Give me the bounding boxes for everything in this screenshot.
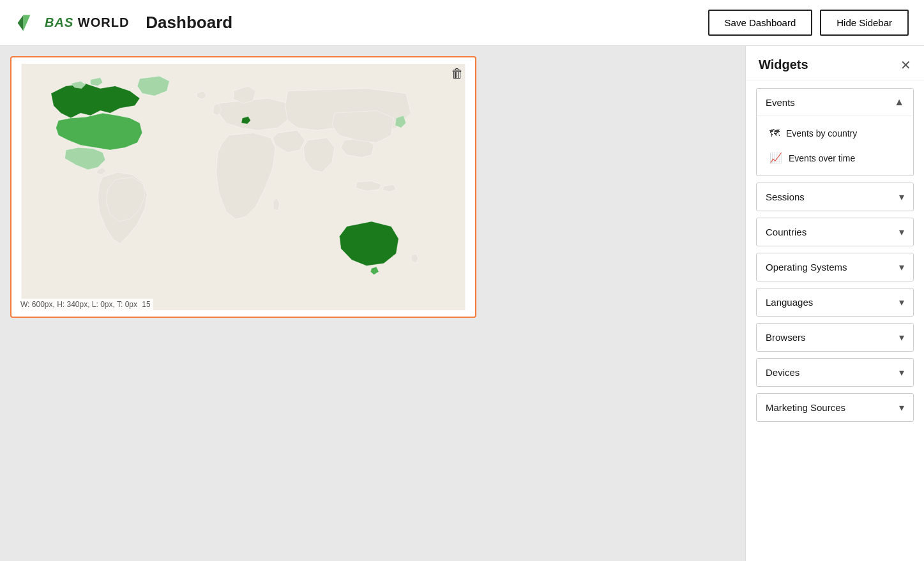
events-by-country-label: Events by country [786, 128, 857, 138]
accordion-marketing-sources-label: Marketing Sources [766, 402, 845, 413]
sidebar-header: Widgets ✕ [746, 46, 924, 80]
header-actions: Save Dashboard Hide Sidebar [708, 10, 909, 36]
accordion-sessions: Sessions ▾ [756, 183, 914, 211]
accordion-marketing-sources: Marketing Sources ▾ [756, 393, 914, 422]
world-map-svg [18, 64, 469, 310]
chart-icon: 📈 [769, 152, 782, 164]
accordion-devices-label: Devices [766, 367, 799, 378]
map-icon: 🗺 [769, 128, 780, 139]
accordion-operating-systems-label: Operating Systems [766, 262, 847, 273]
accordion-devices: Devices ▾ [756, 358, 914, 387]
accordion-browsers-label: Browsers [766, 332, 806, 343]
chevron-marketing-sources-icon: ▾ [899, 401, 904, 414]
chevron-events-icon: ▲ [894, 96, 904, 108]
svg-marker-0 [18, 15, 24, 31]
sidebar: Widgets ✕ Events ▲ 🗺 Events by country 📈 [745, 46, 924, 561]
accordion-sessions-label: Sessions [766, 191, 805, 202]
logo-area: BAS WORLD Dashboard [15, 11, 708, 34]
accordion-events-header[interactable]: Events ▲ [757, 89, 913, 116]
map-count: 15 [142, 300, 150, 309]
sidebar-content[interactable]: Events ▲ 🗺 Events by country 📈 Events ov… [746, 80, 924, 561]
dashboard-area: 🗑 [0, 46, 745, 561]
accordion-languages: Languages ▾ [756, 288, 914, 317]
map-dimensions: W: 600px, H: 340px, L: 0px, T: 0px [20, 300, 137, 309]
accordion-events-label: Events [766, 97, 795, 108]
save-dashboard-button[interactable]: Save Dashboard [708, 10, 813, 36]
accordion-events: Events ▲ 🗺 Events by country 📈 Events ov… [756, 88, 914, 176]
events-over-time-option[interactable]: 📈 Events over time [757, 146, 913, 170]
accordion-operating-systems-header[interactable]: Operating Systems ▾ [757, 253, 913, 281]
chevron-operating-systems-icon: ▾ [899, 261, 904, 273]
accordion-browsers: Browsers ▾ [756, 323, 914, 352]
chevron-sessions-icon: ▾ [899, 191, 904, 203]
page-title: Dashboard [146, 13, 232, 33]
map-widget-header: 🗑 [448, 64, 466, 84]
main-layout: 🗑 [0, 46, 924, 561]
header: BAS WORLD Dashboard Save Dashboard Hide … [0, 0, 924, 46]
events-over-time-label: Events over time [789, 153, 855, 163]
logo-bas: BAS [45, 15, 73, 29]
map-widget[interactable]: 🗑 [10, 56, 476, 318]
sidebar-spacer [756, 428, 914, 467]
accordion-countries: Countries ▾ [756, 218, 914, 246]
accordion-languages-label: Languages [766, 297, 813, 308]
accordion-devices-header[interactable]: Devices ▾ [757, 359, 913, 386]
accordion-sessions-header[interactable]: Sessions ▾ [757, 183, 913, 211]
chevron-devices-icon: ▾ [899, 366, 904, 378]
events-by-country-option[interactable]: 🗺 Events by country [757, 121, 913, 146]
logo-world: WORLD [78, 15, 130, 29]
svg-marker-1 [24, 15, 31, 31]
accordion-browsers-header[interactable]: Browsers ▾ [757, 324, 913, 351]
accordion-events-body: 🗺 Events by country 📈 Events over time [757, 116, 913, 176]
logo-text: BAS WORLD [45, 15, 129, 30]
map-container [11, 57, 475, 317]
chevron-countries-icon: ▾ [899, 226, 904, 238]
accordion-countries-label: Countries [766, 227, 807, 237]
map-info: W: 600px, H: 340px, L: 0px, T: 0px 15 [18, 299, 153, 310]
sidebar-title: Widgets [759, 57, 808, 72]
hide-sidebar-button[interactable]: Hide Sidebar [820, 10, 909, 36]
delete-widget-button[interactable]: 🗑 [448, 64, 466, 84]
accordion-countries-header[interactable]: Countries ▾ [757, 218, 913, 246]
chevron-browsers-icon: ▾ [899, 331, 904, 343]
accordion-marketing-sources-header[interactable]: Marketing Sources ▾ [757, 394, 913, 421]
bas-world-logo [15, 11, 38, 34]
accordion-languages-header[interactable]: Languages ▾ [757, 288, 913, 316]
chevron-languages-icon: ▾ [899, 296, 904, 308]
accordion-operating-systems: Operating Systems ▾ [756, 253, 914, 281]
close-sidebar-button[interactable]: ✕ [900, 59, 911, 71]
